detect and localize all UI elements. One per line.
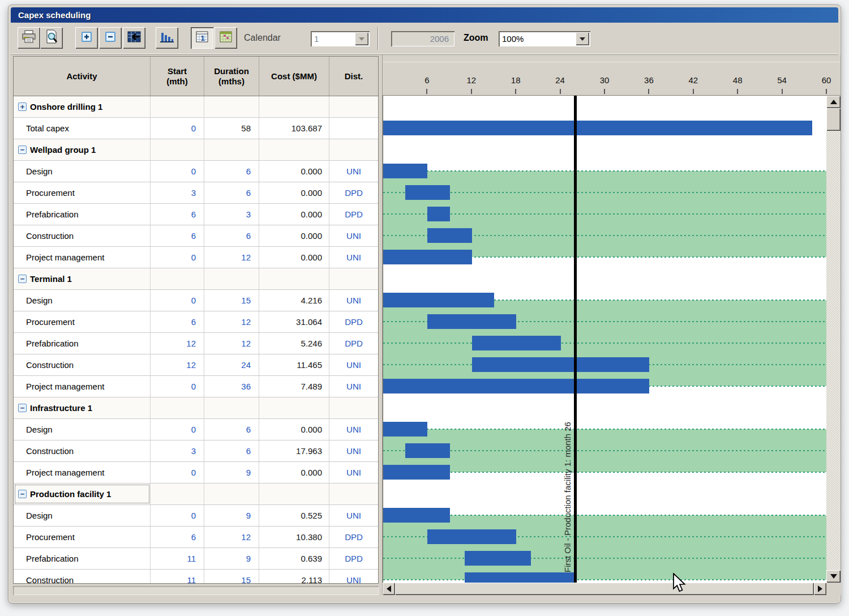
activity-cell[interactable]: Procurement	[14, 311, 151, 332]
dist-cell[interactable]: UNI	[329, 225, 378, 246]
duration-cell[interactable]: 12	[204, 333, 259, 354]
start-cell[interactable]	[151, 96, 204, 117]
dist-cell[interactable]: UNI	[329, 247, 378, 268]
cost-cell[interactable]: 10.380	[259, 527, 329, 547]
print-button[interactable]	[18, 27, 40, 49]
activity-cell[interactable]: Project management	[14, 376, 151, 397]
gantt-bar[interactable]	[383, 250, 472, 264]
duration-cell[interactable]: 12	[204, 311, 259, 332]
activity-row[interactable]: Construction122411.465UNI	[14, 354, 378, 376]
cost-cell[interactable]: 17.963	[259, 440, 329, 461]
activity-row[interactable]: Construction3617.963UNI	[14, 440, 378, 462]
start-cell[interactable]: 6	[151, 527, 204, 547]
collapse-icon[interactable]: −	[18, 490, 27, 498]
zoom-select[interactable]: 100%	[499, 31, 590, 46]
activity-row[interactable]: Project management090.000UNI	[14, 462, 378, 484]
activity-cell[interactable]: Design	[14, 290, 151, 311]
group-row[interactable]: −Wellpad group 1	[14, 139, 378, 161]
gantt-bar[interactable]	[472, 336, 561, 350]
scroll-up-button[interactable]	[826, 96, 841, 108]
activity-row[interactable]: Construction11152.113UNI	[14, 570, 378, 583]
duration-cell[interactable]: 15	[204, 290, 259, 311]
duration-cell[interactable]	[204, 397, 259, 418]
duration-cell[interactable]: 3	[204, 204, 259, 225]
gantt-horizontal-scrollbar[interactable]	[383, 583, 826, 595]
duration-cell[interactable]: 6	[204, 225, 259, 246]
start-cell[interactable]: 12	[151, 333, 204, 354]
activity-cell[interactable]: −Infrastructure 1	[14, 397, 151, 418]
dist-cell[interactable]: UNI	[329, 161, 378, 182]
cost-cell[interactable]: 0.000	[259, 204, 329, 225]
vertical-scroll-thumb[interactable]	[826, 108, 841, 131]
gantt-bar[interactable]	[383, 164, 427, 178]
activity-row[interactable]: Design090.525UNI	[14, 505, 378, 527]
cost-cell[interactable]: 0.000	[259, 225, 329, 246]
duration-cell[interactable]: 12	[204, 527, 259, 547]
scroll-right-button[interactable]	[814, 583, 826, 595]
activity-row[interactable]: Procurement61231.064DPD	[14, 311, 378, 333]
dist-cell[interactable]	[329, 96, 378, 117]
cost-cell[interactable]: 0.000	[259, 161, 329, 182]
dist-cell[interactable]: DPD	[329, 527, 378, 547]
cost-cell[interactable]	[259, 139, 329, 160]
dist-cell[interactable]: DPD	[329, 333, 378, 354]
activity-cell[interactable]: −Wellpad group 1	[14, 139, 151, 160]
start-cell[interactable]: 6	[151, 311, 204, 332]
dist-cell[interactable]: DPD	[329, 548, 378, 569]
activity-cell[interactable]: Design	[14, 161, 151, 182]
group-row[interactable]: −Infrastructure 1	[14, 397, 378, 419]
activity-cell[interactable]: Construction	[14, 570, 151, 583]
horizontal-scroll-thumb[interactable]	[395, 583, 814, 595]
cost-cell[interactable]: 7.489	[259, 376, 329, 397]
start-cell[interactable]: 0	[151, 290, 204, 311]
activity-cell[interactable]: Prefabrication	[14, 204, 151, 225]
activity-cell[interactable]: Construction	[14, 440, 151, 461]
fit-to-window-button[interactable]	[123, 27, 145, 49]
duration-cell[interactable]: 9	[204, 548, 259, 569]
gantt-bar[interactable]	[427, 314, 516, 329]
duration-cell[interactable]: 6	[204, 440, 259, 461]
start-cell[interactable]: 6	[151, 204, 204, 225]
group-row[interactable]: −Production facility 1	[14, 484, 378, 505]
dist-cell[interactable]: UNI	[329, 290, 378, 311]
dist-cell[interactable]: DPD	[329, 311, 378, 332]
chevron-down-icon[interactable]	[355, 32, 368, 45]
activity-row[interactable]: Prefabrication1190.639DPD	[14, 548, 378, 570]
print-preview-button[interactable]	[40, 27, 63, 49]
activity-row[interactable]: Design060.000UNI	[14, 161, 378, 182]
group-row[interactable]: +Onshore drilling 1	[14, 96, 378, 118]
dist-cell[interactable]: UNI	[329, 570, 378, 583]
activity-row[interactable]: Construction660.000UNI	[14, 225, 378, 247]
column-header-cost[interactable]: Cost ($MM)	[259, 57, 329, 96]
cost-cell[interactable]: 103.687	[259, 118, 329, 139]
activity-row[interactable]: Project management0367.489UNI	[14, 376, 378, 397]
dist-cell[interactable]: UNI	[329, 419, 378, 440]
start-cell[interactable]: 6	[151, 225, 204, 246]
activity-cell[interactable]: +Onshore drilling 1	[14, 96, 151, 117]
start-cell[interactable]: 3	[151, 440, 204, 461]
gantt-bar[interactable]	[383, 293, 494, 307]
duration-cell[interactable]	[204, 268, 259, 289]
expand-icon[interactable]: +	[18, 102, 27, 111]
cost-cell[interactable]: 0.639	[259, 548, 329, 569]
cost-cell[interactable]: 0.000	[259, 182, 329, 203]
activity-cell[interactable]: −Production facility 1	[14, 484, 151, 504]
activity-cell[interactable]: Construction	[14, 354, 151, 375]
start-cell[interactable]	[151, 484, 204, 504]
activity-row[interactable]: Project management0120.000UNI	[14, 247, 378, 268]
calendar-month-button[interactable]	[215, 27, 237, 49]
calendar-select[interactable]: 1	[311, 31, 370, 46]
cost-cell[interactable]	[259, 268, 329, 289]
column-header-dist[interactable]: Dist.	[329, 57, 378, 96]
column-header-activity[interactable]: Activity	[14, 57, 151, 96]
column-header-start[interactable]: Start (mth)	[151, 57, 204, 96]
cost-cell[interactable]	[259, 96, 329, 117]
cost-cell[interactable]: 0.000	[259, 419, 329, 440]
activity-row[interactable]: Total capex058103.687	[14, 118, 378, 139]
column-header-duration[interactable]: Duration (mths)	[204, 57, 259, 96]
dist-cell[interactable]: UNI	[329, 505, 378, 526]
cost-cell[interactable]: 0.000	[259, 462, 329, 483]
activity-row[interactable]: Design060.000UNI	[14, 419, 378, 440]
group-row[interactable]: −Terminal 1	[14, 268, 378, 290]
start-cell[interactable]: 11	[151, 548, 204, 569]
